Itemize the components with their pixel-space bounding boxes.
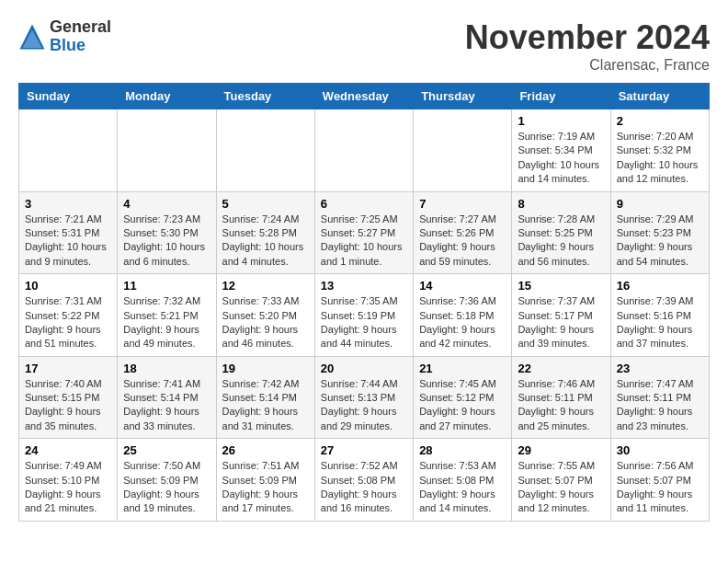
day-info: Sunrise: 7:23 AM Sunset: 5:30 PM Dayligh… — [123, 213, 210, 270]
day-number: 8 — [518, 197, 604, 211]
day-number: 13 — [321, 279, 407, 293]
calendar-week-1: 3Sunrise: 7:21 AM Sunset: 5:31 PM Daylig… — [19, 191, 710, 274]
day-number: 6 — [321, 197, 407, 211]
day-number: 22 — [518, 362, 604, 375]
calendar-cell: 25Sunrise: 7:50 AM Sunset: 5:09 PM Dayli… — [118, 439, 216, 522]
calendar-week-3: 17Sunrise: 7:40 AM Sunset: 5:15 PM Dayli… — [19, 356, 710, 439]
calendar-cell: 12Sunrise: 7:33 AM Sunset: 5:20 PM Dayli… — [216, 274, 314, 357]
calendar-cell: 2Sunrise: 7:20 AM Sunset: 5:32 PM Daylig… — [610, 109, 709, 192]
day-number: 19 — [222, 362, 309, 375]
day-info: Sunrise: 7:56 AM Sunset: 5:07 PM Dayligh… — [617, 459, 703, 516]
day-number: 29 — [518, 443, 604, 457]
header: General Blue November 2024 Clarensac, Fr… — [18, 18, 710, 74]
calendar-body: 1Sunrise: 7:19 AM Sunset: 5:34 PM Daylig… — [19, 109, 710, 522]
calendar-cell: 6Sunrise: 7:25 AM Sunset: 5:27 PM Daylig… — [314, 191, 413, 274]
calendar-cell: 27Sunrise: 7:52 AM Sunset: 5:08 PM Dayli… — [314, 439, 413, 522]
day-number: 7 — [419, 197, 506, 211]
day-of-week-friday: Friday — [512, 84, 610, 109]
day-of-week-sunday: Sunday — [19, 84, 118, 109]
calendar-cell: 30Sunrise: 7:56 AM Sunset: 5:07 PM Dayli… — [610, 439, 709, 522]
day-of-week-saturday: Saturday — [610, 84, 709, 109]
month-title: November 2024 — [465, 18, 710, 57]
calendar-cell: 26Sunrise: 7:51 AM Sunset: 5:09 PM Dayli… — [216, 439, 314, 522]
calendar-cell: 19Sunrise: 7:42 AM Sunset: 5:14 PM Dayli… — [216, 356, 314, 439]
day-info: Sunrise: 7:46 AM Sunset: 5:11 PM Dayligh… — [518, 377, 604, 434]
calendar-cell — [414, 109, 512, 192]
day-number: 2 — [617, 114, 703, 128]
calendar-cell: 29Sunrise: 7:55 AM Sunset: 5:07 PM Dayli… — [512, 439, 610, 522]
day-info: Sunrise: 7:39 AM Sunset: 5:16 PM Dayligh… — [617, 294, 703, 351]
day-number: 26 — [222, 443, 309, 457]
day-number: 1 — [518, 114, 604, 128]
day-info: Sunrise: 7:52 AM Sunset: 5:08 PM Dayligh… — [321, 459, 407, 516]
calendar-cell — [314, 109, 413, 192]
calendar-cell: 22Sunrise: 7:46 AM Sunset: 5:11 PM Dayli… — [512, 356, 610, 439]
day-of-week-wednesday: Wednesday — [314, 84, 413, 109]
title-area: November 2024 Clarensac, France — [465, 18, 710, 74]
calendar-header: SundayMondayTuesdayWednesdayThursdayFrid… — [19, 84, 710, 109]
day-number: 17 — [25, 362, 111, 375]
calendar-cell: 9Sunrise: 7:29 AM Sunset: 5:23 PM Daylig… — [610, 191, 709, 274]
day-info: Sunrise: 7:21 AM Sunset: 5:31 PM Dayligh… — [25, 213, 111, 270]
day-info: Sunrise: 7:36 AM Sunset: 5:18 PM Dayligh… — [419, 294, 506, 351]
calendar-cell: 20Sunrise: 7:44 AM Sunset: 5:13 PM Dayli… — [314, 356, 413, 439]
day-number: 15 — [518, 279, 604, 293]
calendar-cell — [118, 109, 216, 192]
day-number: 9 — [617, 197, 703, 211]
calendar-cell: 1Sunrise: 7:19 AM Sunset: 5:34 PM Daylig… — [512, 109, 610, 192]
calendar-cell: 5Sunrise: 7:24 AM Sunset: 5:28 PM Daylig… — [216, 191, 314, 274]
day-info: Sunrise: 7:31 AM Sunset: 5:22 PM Dayligh… — [25, 294, 111, 351]
calendar: SundayMondayTuesdayWednesdayThursdayFrid… — [18, 83, 710, 522]
calendar-week-4: 24Sunrise: 7:49 AM Sunset: 5:10 PM Dayli… — [19, 439, 710, 522]
calendar-cell: 3Sunrise: 7:21 AM Sunset: 5:31 PM Daylig… — [19, 191, 118, 274]
day-info: Sunrise: 7:55 AM Sunset: 5:07 PM Dayligh… — [518, 459, 604, 516]
day-info: Sunrise: 7:25 AM Sunset: 5:27 PM Dayligh… — [321, 213, 407, 270]
day-info: Sunrise: 7:51 AM Sunset: 5:09 PM Dayligh… — [222, 459, 309, 516]
calendar-cell: 18Sunrise: 7:41 AM Sunset: 5:14 PM Dayli… — [118, 356, 216, 439]
day-info: Sunrise: 7:42 AM Sunset: 5:14 PM Dayligh… — [222, 377, 309, 434]
day-of-week-tuesday: Tuesday — [216, 84, 314, 109]
day-info: Sunrise: 7:27 AM Sunset: 5:26 PM Dayligh… — [419, 213, 506, 270]
location: Clarensac, France — [465, 57, 710, 74]
day-number: 14 — [419, 279, 506, 293]
day-info: Sunrise: 7:49 AM Sunset: 5:10 PM Dayligh… — [25, 459, 111, 516]
calendar-cell: 23Sunrise: 7:47 AM Sunset: 5:11 PM Dayli… — [610, 356, 709, 439]
day-info: Sunrise: 7:44 AM Sunset: 5:13 PM Dayligh… — [321, 377, 407, 434]
logo-text: General Blue — [50, 18, 111, 55]
day-number: 11 — [123, 279, 210, 293]
calendar-cell: 28Sunrise: 7:53 AM Sunset: 5:08 PM Dayli… — [414, 439, 512, 522]
day-number: 10 — [25, 279, 111, 293]
day-info: Sunrise: 7:28 AM Sunset: 5:25 PM Dayligh… — [518, 213, 604, 270]
day-info: Sunrise: 7:35 AM Sunset: 5:19 PM Dayligh… — [321, 294, 407, 351]
day-info: Sunrise: 7:20 AM Sunset: 5:32 PM Dayligh… — [617, 130, 703, 187]
day-of-week-thursday: Thursday — [414, 84, 512, 109]
day-info: Sunrise: 7:19 AM Sunset: 5:34 PM Dayligh… — [518, 130, 604, 187]
day-info: Sunrise: 7:37 AM Sunset: 5:17 PM Dayligh… — [518, 294, 604, 351]
calendar-cell: 8Sunrise: 7:28 AM Sunset: 5:25 PM Daylig… — [512, 191, 610, 274]
calendar-cell: 7Sunrise: 7:27 AM Sunset: 5:26 PM Daylig… — [414, 191, 512, 274]
day-info: Sunrise: 7:45 AM Sunset: 5:12 PM Dayligh… — [419, 377, 506, 434]
day-number: 25 — [123, 443, 210, 457]
logo-general-label: General — [50, 18, 111, 37]
day-info: Sunrise: 7:33 AM Sunset: 5:20 PM Dayligh… — [222, 294, 309, 351]
day-info: Sunrise: 7:41 AM Sunset: 5:14 PM Dayligh… — [123, 377, 210, 434]
calendar-cell — [19, 109, 118, 192]
day-info: Sunrise: 7:50 AM Sunset: 5:09 PM Dayligh… — [123, 459, 210, 516]
calendar-cell: 15Sunrise: 7:37 AM Sunset: 5:17 PM Dayli… — [512, 274, 610, 357]
day-number: 28 — [419, 443, 506, 457]
day-number: 27 — [321, 443, 407, 457]
day-number: 30 — [617, 443, 703, 457]
day-number: 20 — [321, 362, 407, 375]
logo-icon — [18, 23, 46, 51]
logo: General Blue — [18, 18, 111, 55]
calendar-cell: 4Sunrise: 7:23 AM Sunset: 5:30 PM Daylig… — [118, 191, 216, 274]
calendar-cell: 10Sunrise: 7:31 AM Sunset: 5:22 PM Dayli… — [19, 274, 118, 357]
day-number: 16 — [617, 279, 703, 293]
day-number: 18 — [123, 362, 210, 375]
logo-blue-label: Blue — [50, 37, 111, 55]
calendar-cell: 14Sunrise: 7:36 AM Sunset: 5:18 PM Dayli… — [414, 274, 512, 357]
calendar-cell: 17Sunrise: 7:40 AM Sunset: 5:15 PM Dayli… — [19, 356, 118, 439]
calendar-cell: 13Sunrise: 7:35 AM Sunset: 5:19 PM Dayli… — [314, 274, 413, 357]
day-number: 5 — [222, 197, 309, 211]
header-row: SundayMondayTuesdayWednesdayThursdayFrid… — [19, 84, 710, 109]
